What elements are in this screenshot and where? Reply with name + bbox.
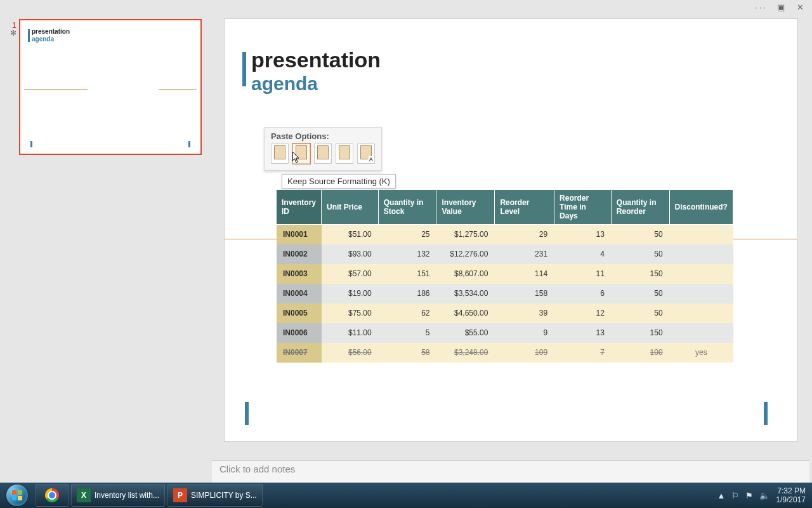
thumbnail-animation-icon: ✻ <box>6 30 16 36</box>
table-row[interactable]: IN0007$56.0058$3,248.001097100yes <box>277 343 733 363</box>
table-cell: 12 <box>554 304 612 323</box>
start-button[interactable] <box>0 483 34 508</box>
tray-volume-icon[interactable]: 🔈 <box>759 491 769 500</box>
taskbar-excel-label: Inventory list with... <box>95 491 159 500</box>
slide-canvas-wrap: presentation agenda Paste Options: A <box>212 14 809 460</box>
table-cell: $3,534.00 <box>436 284 495 304</box>
table-cell: $11.00 <box>322 323 379 343</box>
table-header: Inventory IDUnit PriceQuantity in StockI… <box>277 190 733 225</box>
table-cell: IN0005 <box>277 304 322 323</box>
table-cell: IN0002 <box>277 244 322 264</box>
table-cell: $55.00 <box>436 323 495 343</box>
paste-embed-icon[interactable] <box>314 144 332 164</box>
table-cell: 158 <box>495 284 554 304</box>
table-cell <box>669 225 733 244</box>
taskbar: X Inventory list with... P SIMPLICITY by… <box>0 483 812 508</box>
table-cell: $57.00 <box>322 264 379 284</box>
decor-tick <box>245 402 249 425</box>
table-cell: 150 <box>611 264 669 284</box>
table-row[interactable]: IN0004$19.00186$3,534.00158650 <box>277 284 733 304</box>
windows-orb-icon <box>6 485 28 506</box>
table-header-cell: Reorder Time in Days <box>554 190 612 225</box>
table-cell: 114 <box>495 264 554 284</box>
slide-title[interactable]: presentation <box>251 48 381 72</box>
decor-line <box>159 89 197 90</box>
slide-subtitle[interactable]: agenda <box>251 73 318 95</box>
slide-editor: presentation agenda Paste Options: A <box>212 14 809 483</box>
table-cell: 13 <box>554 323 612 343</box>
notes-pane[interactable]: Click to add notes <box>212 460 809 483</box>
inventory-table[interactable]: Inventory IDUnit PriceQuantity in StockI… <box>277 190 733 363</box>
system-tray: ▲ ⚐ ⚑ 🔈 7:32 PM 1/9/2017 <box>710 486 812 504</box>
powerpoint-editor: 1 ✻ presentation agenda presentation age… <box>3 14 809 483</box>
table-header-cell: Reorder Level <box>495 190 554 225</box>
table-body: IN0001$51.0025$1,275.00291350IN0002$93.0… <box>277 225 733 363</box>
table-row[interactable]: IN0005$75.0062$4,650.00391250 <box>277 304 733 323</box>
table-cell: IN0004 <box>277 284 322 304</box>
table-cell: 151 <box>378 264 436 284</box>
table-cell <box>669 284 733 304</box>
tray-show-hidden-icon[interactable]: ▲ <box>717 491 725 500</box>
table-cell: 150 <box>611 323 669 343</box>
window-controls: ··· ▣ ✕ <box>749 0 812 15</box>
paste-options-list: A <box>271 144 375 164</box>
table-cell: 109 <box>495 343 554 363</box>
slide-thumbnail-1[interactable]: presentation agenda <box>19 19 202 155</box>
paste-text-only-icon[interactable]: A <box>357 144 375 164</box>
table-cell <box>669 304 733 323</box>
paste-options-title: Paste Options: <box>271 131 375 141</box>
table-header-cell: Inventory ID <box>277 190 322 225</box>
thumb-subtitle: agenda <box>32 36 54 43</box>
table-cell: $8,607.00 <box>436 264 495 284</box>
table-row[interactable]: IN0006$11.005$55.00913150 <box>277 323 733 343</box>
table-cell: 100 <box>611 343 669 363</box>
table-cell <box>669 323 733 343</box>
table-cell: 39 <box>495 304 554 323</box>
taskbar-excel[interactable]: X Inventory list with... <box>71 484 165 507</box>
slide-canvas[interactable]: presentation agenda Paste Options: A <box>225 19 797 441</box>
table-cell: 11 <box>554 264 612 284</box>
decor-tick <box>764 402 768 425</box>
table-cell: IN0006 <box>277 323 322 343</box>
taskbar-chrome[interactable] <box>36 484 69 507</box>
table-row[interactable]: IN0003$57.00151$8,607.0011411150 <box>277 264 733 284</box>
tray-network-icon[interactable]: ⚑ <box>745 491 753 500</box>
table-cell: $19.00 <box>322 284 379 304</box>
paste-picture-icon[interactable] <box>336 144 353 164</box>
powerpoint-icon: P <box>173 488 187 502</box>
table-header-cell: Inventory Value <box>436 190 495 225</box>
table-row[interactable]: IN0002$93.00132$12,276.00231450 <box>277 244 733 264</box>
table-cell: 186 <box>378 284 436 304</box>
table-row[interactable]: IN0001$51.0025$1,275.00291350 <box>277 225 733 244</box>
accent-bar <box>242 52 246 86</box>
table-cell: 13 <box>554 225 612 244</box>
taskbar-date: 1/9/2017 <box>776 495 806 504</box>
table-cell: 7 <box>554 343 612 363</box>
tray-action-center-icon[interactable]: ⚐ <box>731 491 739 500</box>
table-cell: 50 <box>611 304 669 323</box>
table-cell: IN0003 <box>277 264 322 284</box>
excel-icon: X <box>77 488 91 502</box>
table-cell: $56.00 <box>322 343 379 363</box>
table-cell <box>669 244 733 264</box>
table-cell: $3,248.00 <box>436 343 495 363</box>
table-cell: $75.00 <box>322 304 379 323</box>
table-cell: 50 <box>611 225 669 244</box>
close-window-icon[interactable]: ✕ <box>794 3 806 12</box>
taskbar-clock[interactable]: 7:32 PM 1/9/2017 <box>776 486 806 504</box>
taskbar-powerpoint[interactable]: P SIMPLICITY by S... <box>167 484 263 507</box>
paste-tooltip: Keep Source Formatting (K) <box>282 174 396 189</box>
table-header-cell: Unit Price <box>322 190 379 225</box>
table-cell: $1,275.00 <box>436 225 495 244</box>
paste-keep-source-formatting-icon[interactable] <box>292 144 310 164</box>
ribbon-more-icon[interactable]: ··· <box>755 3 768 12</box>
table-header-cell: Discontinued? <box>669 190 733 225</box>
table-cell: 132 <box>378 244 436 264</box>
table-cell: 6 <box>554 284 612 304</box>
table-cell: 62 <box>378 304 436 323</box>
chrome-icon <box>45 488 59 502</box>
restore-window-icon[interactable]: ▣ <box>775 3 787 12</box>
paste-use-destination-theme-icon[interactable] <box>271 144 289 164</box>
table-cell: 231 <box>495 244 554 264</box>
table-cell: 50 <box>611 244 669 264</box>
